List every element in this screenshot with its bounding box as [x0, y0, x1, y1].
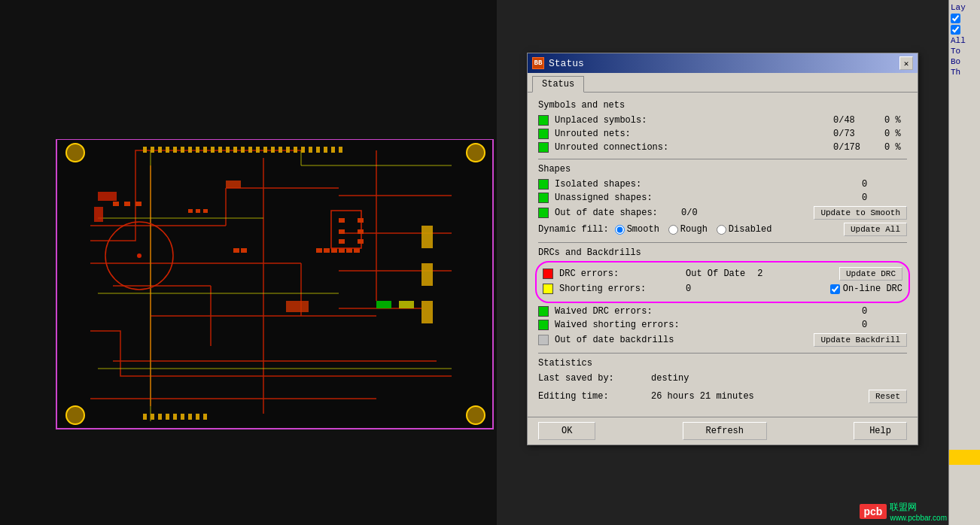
refresh-button[interactable]: Refresh — [683, 422, 767, 440]
label-unassigned: Unassigned shapes: — [555, 193, 856, 203]
svg-rect-85 — [98, 192, 117, 201]
online-drc-checkbox-label[interactable]: On-line DRC — [830, 284, 902, 294]
svg-rect-81 — [196, 414, 199, 420]
row-unrouted-conn: Unrouted connections: 0/178 0 % — [538, 142, 907, 153]
radio-disabled-input[interactable] — [717, 225, 726, 235]
svg-rect-93 — [399, 301, 414, 308]
row-shorting-errors: Shorting errors: 0 On-line DRC — [543, 284, 902, 294]
drc-extra-label: Out Of Date — [686, 269, 745, 279]
svg-rect-74 — [143, 414, 147, 420]
radio-group-fill: Smooth Rough Disabled — [615, 224, 772, 235]
stat-label-editing: Editing time: — [538, 391, 651, 402]
svg-rect-71 — [324, 147, 327, 153]
percent-unrouted-conn: 0 % — [884, 142, 907, 153]
stat-row-saved: Last saved by: destiny — [538, 373, 907, 384]
radio-disabled[interactable]: Disabled — [717, 224, 772, 235]
indicator-unassigned — [538, 193, 549, 203]
svg-rect-88 — [286, 301, 309, 312]
indicator-unplaced — [538, 115, 549, 126]
svg-rect-86 — [94, 207, 103, 222]
row-backdrill: Out of date backdrills Update Backdrill — [538, 333, 907, 347]
indicator-waived-shorting — [538, 320, 549, 330]
svg-point-84 — [137, 253, 142, 258]
radio-smooth[interactable]: Smooth — [615, 224, 659, 235]
divider-3 — [538, 353, 907, 354]
percent-unplaced: 0 % — [884, 115, 907, 126]
svg-rect-70 — [316, 147, 320, 153]
divider-1 — [538, 159, 907, 159]
svg-rect-47 — [143, 147, 147, 153]
value-unrouted-conn: 0/178 — [833, 142, 878, 153]
svg-rect-26 — [113, 202, 119, 206]
svg-point-3 — [467, 144, 485, 162]
radio-rough[interactable]: Rough — [668, 224, 708, 235]
svg-rect-56 — [211, 147, 215, 153]
sidebar-check-1[interactable] — [951, 14, 960, 23]
section-title-statistics: Statistics — [538, 358, 907, 369]
section-title-shapes: Shapes — [538, 164, 907, 174]
svg-rect-27 — [124, 202, 130, 206]
label-backdrill: Out of date backdrills — [555, 335, 678, 345]
radio-rough-label: Rough — [680, 224, 708, 235]
svg-rect-87 — [226, 181, 241, 188]
sidebar-checkbox-2[interactable] — [951, 25, 978, 35]
svg-rect-50 — [166, 147, 169, 153]
svg-rect-64 — [271, 147, 275, 153]
label-unrouted-nets: Unrouted nets: — [555, 129, 827, 139]
sidebar-to-label: To — [951, 47, 978, 56]
watermark: pcb 联盟网 www.pcbbar.com — [860, 501, 947, 522]
dialog-titlebar: BB Status ✕ — [528, 53, 918, 73]
indicator-isolated — [538, 179, 549, 190]
right-sidebar: Lay All To Bo Th — [948, 0, 980, 525]
dialog-footer: OK Refresh Help — [528, 417, 918, 445]
svg-rect-34 — [316, 248, 322, 253]
svg-rect-79 — [181, 414, 184, 420]
ok-button[interactable]: OK — [538, 422, 595, 440]
value-unrouted-nets: 0/73 — [833, 129, 878, 139]
sidebar-lay-label: Lay — [951, 3, 978, 12]
drc-section: DRC errors: Out Of Date 2 Update DRC Sho… — [535, 261, 910, 303]
sidebar-checkbox-1[interactable] — [951, 14, 978, 23]
value-waived-drc: 0 — [862, 306, 907, 317]
update-backdrill-button[interactable]: Update Backdrill — [814, 333, 907, 347]
radio-rough-input[interactable] — [668, 225, 678, 235]
svg-rect-44 — [358, 218, 364, 223]
label-waived-drc: Waived DRC errors: — [555, 306, 856, 317]
row-outdated-shapes: Out of date shapes: 0/0 Update to Smooth — [538, 206, 907, 220]
label-unrouted-conn: Unrouted connections: — [555, 142, 827, 153]
row-isolated: Isolated shapes: 0 — [538, 179, 907, 190]
watermark-text-block: 联盟网 www.pcbbar.com — [890, 501, 947, 522]
reset-button[interactable]: Reset — [869, 390, 907, 403]
svg-rect-33 — [241, 248, 247, 253]
indicator-unrouted-nets — [538, 129, 549, 139]
value-unassigned: 0 — [862, 193, 907, 203]
titlebar-left: BB Status — [532, 57, 584, 69]
update-all-button[interactable]: Update All — [844, 223, 907, 236]
online-drc-label: On-line DRC — [843, 284, 902, 294]
svg-rect-76 — [158, 414, 162, 420]
tab-status[interactable]: Status — [532, 76, 584, 93]
svg-rect-51 — [173, 147, 177, 153]
indicator-shorting-errors — [543, 284, 553, 294]
svg-rect-37 — [339, 248, 345, 253]
radio-smooth-input[interactable] — [615, 225, 625, 235]
update-drc-button[interactable]: Update DRC — [839, 267, 902, 281]
update-to-smooth-button[interactable]: Update to Smooth — [814, 206, 907, 220]
divider-2 — [538, 242, 907, 243]
online-drc-checkbox[interactable] — [830, 284, 840, 294]
stat-value-saved: destiny — [651, 373, 907, 384]
stat-value-editing: 26 hours 21 minutes — [651, 391, 760, 402]
svg-rect-67 — [294, 147, 297, 153]
help-button[interactable]: Help — [854, 422, 907, 440]
dialog-title: Status — [549, 58, 584, 69]
svg-rect-60 — [241, 147, 245, 153]
svg-rect-38 — [346, 248, 352, 253]
svg-rect-30 — [196, 209, 200, 213]
label-unplaced: Unplaced symbols: — [555, 115, 827, 126]
section-title-drc: DRCs and Backdrills — [538, 247, 907, 258]
svg-rect-35 — [324, 248, 330, 253]
dynamic-fill-row: Dynamic fill: Smooth Rough Disabled Upda… — [538, 223, 907, 236]
svg-rect-73 — [339, 147, 342, 153]
dialog-close-button[interactable]: ✕ — [899, 56, 913, 70]
sidebar-check-2[interactable] — [951, 25, 960, 35]
